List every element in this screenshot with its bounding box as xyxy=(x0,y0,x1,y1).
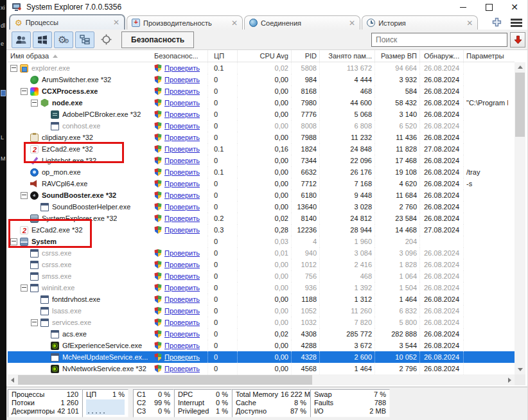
scroll-up-arrow[interactable] xyxy=(515,62,525,72)
verify-link[interactable]: Проверить xyxy=(164,259,200,270)
process-row[interactable]: services.exeПроверить00,0010327 8205 800… xyxy=(8,317,515,328)
tab-close-icon[interactable]: ✕ xyxy=(113,19,119,26)
windows-view-button[interactable] xyxy=(33,31,52,48)
process-row[interactable]: lsass.exeПроверить00,00105211 2606 83226… xyxy=(8,305,515,317)
verify-link[interactable]: Проверить xyxy=(164,247,200,259)
process-row[interactable]: GfExperienceService.exeПроверить00,00428… xyxy=(8,340,515,351)
verify-link[interactable]: Проверить xyxy=(164,74,200,85)
security-scan-button[interactable] xyxy=(510,32,525,48)
add-tab-icon[interactable] xyxy=(492,17,502,27)
process-row[interactable]: wininit.exeПроверить00,009361 3921 50426… xyxy=(8,282,515,293)
process-row[interactable]: EzCad2.exe *32Проверить0.30,281223628 94… xyxy=(8,224,515,236)
process-row[interactable]: csrss.exeПроверить00,0010122 4161 82826.… xyxy=(8,259,515,270)
process-row[interactable]: SoundBoosterHelper.exeПроверить00,001364… xyxy=(8,201,515,213)
verify-link[interactable]: Проверить xyxy=(164,178,200,189)
collapse-toggle[interactable] xyxy=(21,284,28,292)
process-row[interactable]: RAVCpl64.exeПроверить00,0077127 1684 620… xyxy=(8,178,515,189)
verify-link[interactable]: Проверить xyxy=(164,143,200,155)
close-button[interactable]: ✕ xyxy=(502,0,527,14)
verify-link[interactable]: Проверить xyxy=(164,224,200,236)
verify-link[interactable]: Проверить xyxy=(164,317,200,328)
collapse-toggle[interactable] xyxy=(10,238,17,245)
column-header-detected[interactable]: Обнаруж... xyxy=(420,50,464,62)
collapse-toggle[interactable] xyxy=(10,65,17,72)
vertical-scrollbar-thumb[interactable] xyxy=(515,73,525,137)
process-row[interactable]: smss.exeПроверить00,007564681 06426.08.2… xyxy=(8,270,515,282)
tab-performance[interactable]: Производительность ✕ xyxy=(127,15,243,30)
tree-view-button[interactable] xyxy=(75,31,94,48)
column-header-cpu[interactable]: ЦП xyxy=(208,50,238,62)
tab-connections[interactable]: Соединения ✕ xyxy=(244,15,360,30)
menu-icon[interactable] xyxy=(511,19,522,27)
process-row[interactable]: clipdiary.exe *32Проверить00,00798811 23… xyxy=(8,132,515,143)
verify-link[interactable]: Проверить xyxy=(164,62,200,74)
verify-link[interactable]: Проверить xyxy=(164,213,200,224)
process-row[interactable]: CCXProcess.exeПроверить00,00816846858426… xyxy=(8,85,515,97)
column-header-vm-size[interactable]: Размер ВП xyxy=(375,50,420,62)
verify-link[interactable]: Проверить xyxy=(164,189,200,201)
minimize-button[interactable] xyxy=(450,0,476,14)
column-header-name[interactable]: Имя образа xyxy=(8,50,152,62)
verify-link[interactable]: Проверить xyxy=(164,305,200,317)
process-row[interactable]: Lightshot.exe *32Проверить00,00734422 09… xyxy=(8,155,515,166)
process-row[interactable]: System00,0341 960204 xyxy=(8,236,515,247)
process-row[interactable]: acs.exeПроверить00,024308285 772282 8882… xyxy=(8,328,515,340)
verify-link[interactable]: Проверить xyxy=(164,166,200,178)
search-input[interactable] xyxy=(371,33,507,47)
tab-history[interactable]: История ✕ xyxy=(362,15,478,30)
column-header-memory[interactable]: Занято пам... xyxy=(320,50,375,62)
verify-link[interactable]: Проверить xyxy=(164,201,200,213)
column-header-security[interactable]: Безопаснос... xyxy=(152,50,208,62)
process-row[interactable]: AdobeIPCBroker.exe *32Проверить00,007776… xyxy=(8,109,515,120)
process-row[interactable]: SystemExplorer.exe *32Проверить0.20,0281… xyxy=(8,213,515,224)
collapse-toggle[interactable] xyxy=(21,88,28,95)
verify-link[interactable]: Проверить xyxy=(164,97,200,109)
process-row[interactable]: ArumSwitcher.exe *32Проверить00,009844 4… xyxy=(8,74,515,85)
column-header-params[interactable]: Параметры xyxy=(464,50,508,62)
cell-detected-date: 26.08.2024 xyxy=(420,340,464,351)
process-row[interactable]: explorer.exeПроверить0.10,025808113 6729… xyxy=(8,62,515,74)
services-view-button[interactable]: ⚙⚙ xyxy=(54,31,73,48)
process-row[interactable]: SoundBooster.exe *32Проверить00,0061809 … xyxy=(8,189,515,201)
processes-view-button[interactable] xyxy=(12,31,31,48)
tab-close-icon[interactable]: ✕ xyxy=(349,19,355,27)
verify-link[interactable]: Проверить xyxy=(164,363,200,374)
maximize-button[interactable] xyxy=(476,0,502,14)
verify-link[interactable]: Проверить xyxy=(164,351,200,363)
verify-link[interactable]: Проверить xyxy=(164,328,200,340)
collapse-toggle[interactable] xyxy=(31,100,38,107)
verify-link[interactable]: Проверить xyxy=(164,282,200,293)
target-window-button[interactable] xyxy=(96,31,116,48)
tab-processes[interactable]: ⚙ Процессы ✕ xyxy=(9,14,125,30)
column-header-pid[interactable]: PID xyxy=(292,50,320,62)
verify-link[interactable]: Проверить xyxy=(164,155,200,166)
column-header-cpu-avg[interactable]: CPU Avg xyxy=(238,50,292,62)
collapse-toggle[interactable] xyxy=(21,192,28,199)
process-row[interactable]: csrss.exeПроверить00,019403 0843 09626.0… xyxy=(8,247,515,259)
tab-close-icon[interactable]: ✕ xyxy=(466,19,473,27)
horizontal-scrollbar[interactable] xyxy=(8,374,515,385)
verify-link[interactable]: Проверить xyxy=(164,293,200,305)
process-row[interactable]: fontdrvhost.exeПроверить00,0011881 3121 … xyxy=(8,293,515,305)
horizontal-scrollbar-thumb[interactable] xyxy=(18,375,312,385)
vertical-scrollbar[interactable] xyxy=(515,62,525,374)
process-row[interactable]: McNeelUpdateService.ex...Проверить00,004… xyxy=(8,351,515,363)
scroll-right-arrow[interactable] xyxy=(505,374,515,385)
scroll-left-arrow[interactable] xyxy=(8,374,17,385)
process-row[interactable]: NvNetworkService.exe *32Проверить00,0045… xyxy=(8,363,515,374)
security-button[interactable]: Безопасность xyxy=(121,31,194,48)
process-row[interactable]: conhost.exeПроверить00,0080086 8086 5202… xyxy=(8,120,515,132)
process-row[interactable]: node.exeПроверить00,00798044 60058 43226… xyxy=(8,97,515,109)
verify-link[interactable]: Проверить xyxy=(164,85,200,97)
collapse-toggle[interactable] xyxy=(31,319,38,326)
verify-link[interactable]: Проверить xyxy=(164,270,200,282)
verify-link[interactable]: Проверить xyxy=(164,132,200,143)
verify-link[interactable]: Проверить xyxy=(164,109,200,120)
process-row[interactable]: op_mon.exeПроверить0.10,00663226 17619 1… xyxy=(8,166,515,178)
verify-link[interactable]: Проверить xyxy=(164,120,200,132)
process-name: McNeelUpdateService.ex... xyxy=(62,351,148,363)
scroll-down-arrow[interactable] xyxy=(515,365,525,374)
verify-link[interactable]: Проверить xyxy=(164,340,200,351)
process-row[interactable]: EzCad2.exe *32Проверить0.10,16182424 848… xyxy=(8,143,515,155)
tab-close-icon[interactable]: ✕ xyxy=(231,19,238,27)
